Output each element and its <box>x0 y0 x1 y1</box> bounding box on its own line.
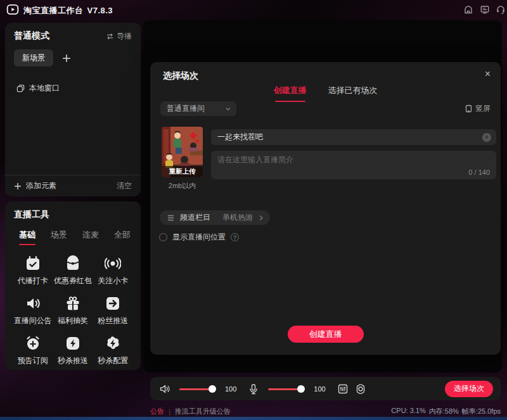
tools-tabs: 基础 场景 连麦 全部 <box>5 220 141 245</box>
notice-text[interactable]: 推流工具升级公告 <box>175 407 231 416</box>
tab-select-existing[interactable]: 选择已有场次 <box>328 85 378 102</box>
tool-coupon-redpacket[interactable]: 优惠券红包 <box>53 255 93 286</box>
source-item-local-window[interactable]: 本地窗口 <box>5 67 141 94</box>
tab-scene[interactable]: 场景 <box>51 229 67 245</box>
reupload-label: 重新上传 <box>169 167 196 176</box>
tools-grid: 代播打卡 优惠券红包 关注小卡 直播间公告 福利抽奖 粉丝推送 <box>5 245 141 366</box>
notice-badge: 公告 <box>150 407 164 416</box>
select-session-button[interactable]: 选择场次 <box>445 381 493 397</box>
category-selector[interactable]: 频道栏目 单机热游 <box>160 210 270 225</box>
broadcast-icon <box>105 255 121 272</box>
mic-slider-thumb[interactable] <box>297 385 305 393</box>
tool-proxy-checkin[interactable]: 代播打卡 <box>13 255 53 286</box>
director-label: 导播 <box>117 31 132 42</box>
control-bar: 100 100 选择场次 <box>150 377 501 400</box>
cpu-stat: CPU: 3.1% <box>391 407 425 416</box>
tool-label: 秒杀推送 <box>58 355 88 366</box>
char-counter: 0 / 140 <box>468 169 490 176</box>
titlebar: 淘宝直播工作台V7.8.3 <box>0 0 507 19</box>
taskbar-edge <box>0 417 507 420</box>
room-type-select[interactable]: 普通直播间 <box>160 101 236 116</box>
chevron-down-icon <box>225 106 231 112</box>
tool-label: 预告订阅 <box>18 355 48 366</box>
tool-flashsale-push[interactable]: 秒杀推送 <box>53 335 93 366</box>
coupon-icon <box>65 255 81 272</box>
tool-label: 粉丝推送 <box>98 315 128 326</box>
tab-all[interactable]: 全部 <box>114 229 131 245</box>
scene-panel: 普通模式 导播 新场景 本地窗口 添加元素 清空 <box>5 23 141 196</box>
tool-preview-subscribe[interactable]: 预告订阅 <box>13 335 53 366</box>
help-icon[interactable]: ? <box>231 233 239 241</box>
show-location-option[interactable]: 显示直播间位置 ? <box>159 232 239 243</box>
tool-follow-card[interactable]: 关注小卡 <box>93 255 133 286</box>
mic-slider[interactable] <box>268 385 304 393</box>
tab-create-live[interactable]: 创建直播 <box>274 85 307 102</box>
add-scene-plus-icon[interactable] <box>62 54 71 63</box>
live-title-field: × <box>211 129 496 145</box>
news-icon[interactable] <box>480 4 490 15</box>
live-title-input[interactable] <box>217 133 482 142</box>
modal-tabs: 创建直播 选择已有场次 <box>150 85 501 102</box>
tool-label: 福利抽奖 <box>58 315 88 326</box>
tool-flashsale-config[interactable]: 秒杀配置 <box>93 335 133 366</box>
live-desc-field: 0 / 140 <box>211 151 496 179</box>
gift-icon <box>65 295 81 312</box>
tab-basic[interactable]: 基础 <box>19 229 35 245</box>
tool-label: 秒杀配置 <box>98 355 128 366</box>
arrow-right-square-icon <box>105 295 121 312</box>
close-icon[interactable]: × <box>485 68 491 80</box>
lightning-hex-icon <box>105 335 121 352</box>
tool-label: 优惠券红包 <box>54 276 92 286</box>
cover-upload[interactable]: 重新上传 <box>162 127 203 177</box>
live-tools-panel: 直播工具 基础 场景 连麦 全部 代播打卡 优惠券红包 关注小卡 直播间公告 <box>5 201 141 370</box>
headset-icon[interactable] <box>496 4 506 15</box>
fps-stat: 帧率:25.0fps <box>462 407 501 416</box>
chevron-right-icon <box>259 215 264 221</box>
notice-area[interactable]: 公告 | 推流工具升级公告 <box>150 407 231 416</box>
add-element-button[interactable]: 添加元素 <box>14 181 56 191</box>
home-icon[interactable] <box>463 4 473 15</box>
portrait-screen-icon <box>465 105 472 113</box>
tool-room-announcement[interactable]: 直播间公告 <box>13 295 53 326</box>
speaker-icon <box>25 295 41 312</box>
calendar-check-icon <box>25 255 41 272</box>
microphone-icon[interactable] <box>248 383 259 395</box>
location-label: 显示直播间位置 <box>172 232 226 243</box>
memory-stat: 内存:58% <box>429 407 459 416</box>
plus-icon <box>14 182 22 190</box>
volume-slider-thumb[interactable] <box>209 385 216 393</box>
orientation-toggle[interactable]: 竖屏 <box>465 103 491 114</box>
taobao-live-logo-icon <box>6 3 19 16</box>
category-value: 单机热游 <box>222 212 253 223</box>
app-title: 淘宝直播工作台V7.8.3 <box>23 5 113 16</box>
lightning-square-icon <box>65 335 81 352</box>
app-version: V7.8.3 <box>87 6 113 15</box>
director-button[interactable]: 导播 <box>106 31 132 42</box>
app-window: 淘宝直播工作台V7.8.3 普通模式 导播 新场景 本地窗口 添加元素 <box>0 0 507 420</box>
notice-divider: | <box>169 408 170 416</box>
volume-icon[interactable] <box>159 383 170 395</box>
local-window-label: 本地窗口 <box>29 83 60 94</box>
settings-gear-icon[interactable] <box>355 383 366 395</box>
performance-stats: CPU: 3.1% 内存:58% 帧率:25.0fps <box>391 407 501 416</box>
volume-slider[interactable] <box>179 385 215 393</box>
tool-label: 关注小卡 <box>98 276 128 286</box>
mixer-icon[interactable] <box>337 383 349 395</box>
room-type-value: 普通直播间 <box>167 103 205 114</box>
category-label: 频道栏目 <box>180 212 210 223</box>
location-checkbox[interactable] <box>159 233 167 241</box>
reupload-button[interactable]: 重新上传 <box>162 166 203 177</box>
alarm-plus-icon <box>25 335 41 352</box>
tool-fans-push[interactable]: 粉丝推送 <box>93 295 133 326</box>
tab-co-stream[interactable]: 连麦 <box>82 229 99 245</box>
live-desc-input[interactable] <box>217 155 490 169</box>
scene-tab-new-scene[interactable]: 新场景 <box>14 49 53 67</box>
add-element-label: 添加元素 <box>26 181 56 191</box>
tool-lucky-draw[interactable]: 福利抽奖 <box>53 295 93 326</box>
clear-input-icon[interactable]: × <box>482 133 491 142</box>
create-live-button[interactable]: 创建直播 <box>288 326 364 343</box>
swap-arrows-icon <box>106 32 114 41</box>
tools-panel-title: 直播工具 <box>14 209 49 220</box>
clear-button[interactable]: 清空 <box>117 181 132 191</box>
upload-size-hint: 2mb以内 <box>162 181 203 191</box>
